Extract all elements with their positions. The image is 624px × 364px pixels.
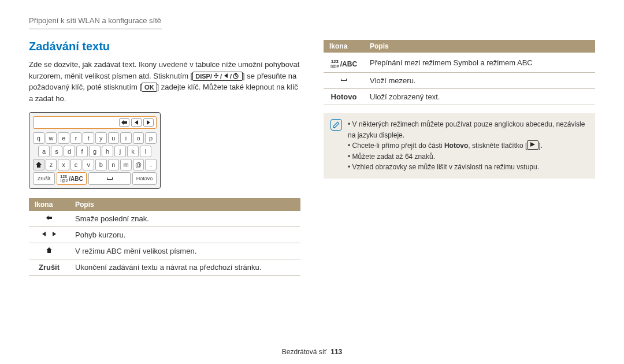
section-title: Zadávání textu xyxy=(29,40,300,53)
desc-cell: Vloží mezeru. xyxy=(364,73,595,89)
table-row: Vloží mezeru. xyxy=(324,73,595,89)
desc-cell: Ukončení zadávání textu a návrat na před… xyxy=(69,259,300,276)
key-u: u xyxy=(108,132,120,144)
table-row: Smaže poslední znak. xyxy=(29,211,300,227)
cursor-left-icon xyxy=(131,118,142,127)
note-item: Chcete-li přímo přejít do části Hotovo, … xyxy=(348,140,588,151)
page-footer: Bezdrátová síť 113 xyxy=(0,348,624,356)
table-row: HotovoUloží zobrazený text. xyxy=(324,89,595,105)
key-v: v xyxy=(83,159,94,170)
keyboard-space xyxy=(88,172,131,185)
intro-text: Zde se dozvíte, jak zadávat text. Ikony … xyxy=(29,59,300,104)
icon-cell xyxy=(29,211,69,227)
key-w: w xyxy=(46,132,57,144)
desc-cell: Uloží zobrazený text. xyxy=(364,89,595,105)
keyboard-input-bar xyxy=(33,116,157,129)
keyboard-row-1: qwertyuiop xyxy=(33,132,157,144)
backspace-icon xyxy=(119,118,129,127)
icon-table-left: Ikona Popis Smaže poslední znak. Pohyb k… xyxy=(29,198,300,276)
desc-cell: Přepínání mezi režimem Symbol a režimem … xyxy=(364,53,595,73)
key-y: y xyxy=(95,132,107,144)
table-row: 123!@#/ABCPřepínání mezi režimem Symbol … xyxy=(324,53,595,73)
key-e: e xyxy=(58,132,69,144)
table-row: ZrušitUkončení zadávání textu a návrat n… xyxy=(29,259,300,276)
note-box: V některých režimech můžete používat pou… xyxy=(324,113,595,179)
keyboard-cancel: Zrušit xyxy=(33,172,55,185)
key-z: z xyxy=(46,159,57,170)
table-row: Pohyb kurzoru. xyxy=(29,227,300,243)
note-item: V některých režimech můžete používat pou… xyxy=(348,119,588,140)
icon-cell xyxy=(29,227,69,243)
key-.: . xyxy=(145,159,157,170)
key-t: t xyxy=(83,132,94,144)
key-f: f xyxy=(76,146,88,157)
table-row: V režimu ABC mění velikost písmen. xyxy=(29,243,300,259)
key-@: @ xyxy=(133,159,144,170)
icon-cell: Hotovo xyxy=(324,89,364,105)
icon-cell: 123!@#/ABC xyxy=(324,53,364,73)
key-n: n xyxy=(108,159,120,170)
breadcrumb: Připojení k síti WLAN a konfigurace sítě xyxy=(29,16,162,29)
desc-cell: Smaže poslední znak. xyxy=(69,211,300,227)
key-j: j xyxy=(114,146,126,157)
key-m: m xyxy=(120,159,132,170)
key-p: p xyxy=(145,132,157,144)
table-header-desc: Popis xyxy=(69,198,300,211)
note-icon xyxy=(330,119,342,131)
key-q: q xyxy=(33,132,44,144)
key-s: s xyxy=(51,146,62,157)
key-a: a xyxy=(38,146,50,157)
cursor-right-icon xyxy=(143,118,154,127)
keyboard-done: Hotovo xyxy=(132,172,157,185)
play-icon xyxy=(527,140,538,150)
table-header-icon: Ikona xyxy=(29,198,69,211)
key-h: h xyxy=(102,146,113,157)
keyboard-row-2: asdfghjkl xyxy=(33,146,157,157)
keyboard-mode-toggle: 123!@#/ABC xyxy=(57,172,87,185)
key-g: g xyxy=(89,146,101,157)
ok-button-inline: OK xyxy=(142,83,157,92)
icon-cell xyxy=(324,73,364,89)
key-r: r xyxy=(70,132,82,144)
key-d: d xyxy=(64,146,75,157)
key-k: k xyxy=(127,146,139,157)
icon-cell: Zrušit xyxy=(29,259,69,276)
shift-key xyxy=(33,159,44,170)
note-item: Vzhled obrazovky se může lišit v závislo… xyxy=(348,162,588,173)
note-item: Můžete zadat až 64 znaků. xyxy=(348,151,588,162)
keyboard-row-3: zxcvbnm@. xyxy=(33,159,157,170)
key-l: l xyxy=(140,146,151,157)
key-o: o xyxy=(133,132,144,144)
disp-button-inline: DISP/// xyxy=(192,72,243,81)
key-i: i xyxy=(120,132,132,144)
keyboard-mockup: qwertyuiop asdfghjkl zxcvbnm@. Zrušit 12… xyxy=(29,112,161,189)
icon-cell xyxy=(29,243,69,259)
desc-cell: V režimu ABC mění velikost písmen. xyxy=(69,243,300,259)
key-x: x xyxy=(58,159,69,170)
icon-table-right: Ikona Popis 123!@#/ABCPřepínání mezi rež… xyxy=(324,40,595,105)
key-c: c xyxy=(70,159,82,170)
desc-cell: Pohyb kurzoru. xyxy=(69,227,300,243)
key-b: b xyxy=(95,159,107,170)
table-header-desc: Popis xyxy=(364,40,595,53)
table-header-icon: Ikona xyxy=(324,40,364,53)
